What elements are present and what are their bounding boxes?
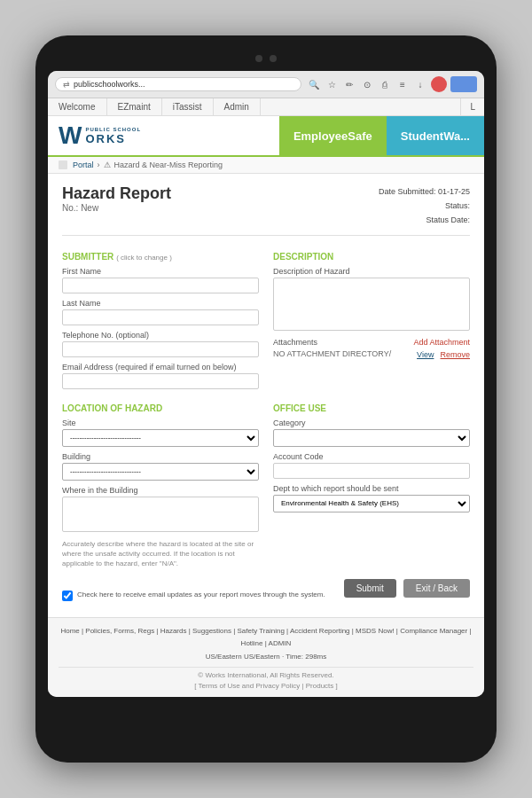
bottom-row: Check here to receive email updates as y…: [62, 579, 470, 601]
view-link[interactable]: View: [417, 350, 434, 359]
account-code-input[interactable]: [273, 463, 470, 479]
breadcrumb-current: Hazard & Near-Miss Reporting: [114, 160, 223, 169]
telephone-input[interactable]: [62, 341, 259, 357]
building-label: Building: [62, 452, 259, 461]
hazard-label: Description of Hazard: [273, 267, 470, 276]
category-select[interactable]: [273, 429, 470, 447]
footer-links: Home | Policies, Forms, Regs | Hazards |…: [59, 625, 473, 651]
logo-area: W PUBLIC SCHOOL ORKS: [48, 116, 279, 155]
browser-window: ⇄ publicschoolworks... 🔍 ☆ ✏ ⊙ ⎙ ≡ ↓ Wel…: [48, 71, 484, 697]
extension-area: [450, 76, 477, 92]
account-code-label: Account Code: [273, 452, 470, 461]
no-value: New: [81, 203, 98, 213]
description-section-title: DESCRIPTION: [273, 252, 470, 262]
email-group: Email Address (required if email turned …: [62, 363, 259, 389]
dept-select[interactable]: Environmental Health & Safety (EHS): [273, 495, 470, 512]
email-checkbox[interactable]: [62, 591, 73, 601]
camera-dot-2: [270, 55, 277, 62]
share-icon[interactable]: ⎙: [378, 77, 392, 91]
footer-copyright: © Works International, All Rights Reserv…: [59, 671, 473, 679]
pencil-icon[interactable]: ✏: [342, 77, 356, 91]
submit-button[interactable]: Submit: [344, 579, 396, 598]
email-checkbox-row: Check here to receive email updates as y…: [62, 590, 325, 601]
first-name-input[interactable]: [62, 278, 259, 293]
account-code-group: Account Code: [273, 452, 470, 479]
telephone-label: Telephone No. (optional): [62, 331, 259, 340]
button-row: Submit Exit / Back: [344, 579, 470, 598]
clock-icon[interactable]: ⊙: [360, 77, 374, 91]
where-textarea[interactable]: [62, 497, 259, 532]
building-group: Building ------------------------------: [62, 452, 259, 481]
where-label: Where in the Building: [62, 486, 259, 495]
hazard-description-group: Description of Hazard: [273, 267, 470, 332]
date-submitted-row: Date Submitted: 01-17-25: [379, 184, 470, 199]
breadcrumb-separator: ›: [98, 160, 100, 169]
student-watch-button[interactable]: StudentWa...: [387, 116, 484, 155]
page-no: No.: New: [62, 203, 171, 213]
last-name-label: Last Name: [62, 299, 259, 308]
location-helper-text: Accurately describe where the hazard is …: [62, 539, 259, 569]
search-icon[interactable]: 🔍: [307, 77, 321, 91]
header-nav: EmployeeSafe StudentWa...: [279, 116, 484, 155]
building-select[interactable]: ------------------------------: [62, 463, 259, 481]
tab-admin[interactable]: Admin: [214, 98, 261, 115]
site-group: Site ------------------------------: [62, 419, 259, 447]
remove-link[interactable]: Remove: [440, 350, 470, 359]
browser-chrome: ⇄ publicschoolworks... 🔍 ☆ ✏ ⊙ ⎙ ≡ ↓: [48, 71, 484, 98]
add-attachment-link[interactable]: Add Attachment: [413, 338, 470, 347]
attachment-actions: View Remove: [417, 348, 470, 359]
location-column: LOCATION OF HAZARD Site ----------------…: [62, 395, 259, 569]
dept-group: Dept to which report should be sent Envi…: [273, 484, 470, 512]
hazard-textarea[interactable]: [273, 278, 470, 331]
status-row: Status:: [379, 199, 470, 213]
attachment-file-row: NO ATTACHMENT DIRECTORY/ View Remove: [273, 348, 470, 359]
logo-w: W: [59, 123, 82, 148]
logo-works: ORKS: [85, 132, 141, 145]
form-grid-2: LOCATION OF HAZARD Site ----------------…: [62, 395, 470, 569]
dept-label: Dept to which report should be sent: [273, 484, 470, 493]
exit-button[interactable]: Exit / Back: [403, 579, 470, 598]
page-header: Hazard Report No.: New Date Submitted: 0…: [62, 184, 470, 236]
right-column: DESCRIPTION Description of Hazard Attach…: [273, 243, 470, 395]
page-meta: Date Submitted: 01-17-25 Status: Status …: [379, 184, 470, 228]
nav-tabs: Welcome EZmaint iTassist Admin L: [48, 98, 484, 116]
status-label: Status:: [445, 201, 470, 210]
form-grid: SUBMITTER ( click to change ) First Name…: [62, 243, 470, 395]
page-title-area: Hazard Report No.: New: [62, 184, 171, 213]
profile-avatar[interactable]: [431, 76, 447, 92]
last-name-input[interactable]: [62, 309, 259, 325]
tablet-camera: [48, 55, 484, 62]
date-submitted-value: 01-17-25: [438, 187, 470, 196]
site-select[interactable]: ------------------------------: [62, 429, 259, 447]
download-icon[interactable]: ↓: [413, 77, 427, 91]
tablet-frame: ⇄ publicschoolworks... 🔍 ☆ ✏ ⊙ ⎙ ≡ ↓ Wel…: [35, 35, 497, 763]
email-input[interactable]: [62, 373, 259, 389]
office-use-column: OFFICE USE Category Account Code Dept to…: [273, 395, 470, 569]
email-label: Email Address (required if email turned …: [62, 363, 259, 372]
app-footer: Home | Policies, Forms, Regs | Hazards |…: [48, 617, 484, 697]
url-text: publicschoolworks...: [74, 80, 145, 89]
breadcrumb-portal[interactable]: Portal: [73, 160, 94, 169]
office-use-section-title: OFFICE USE: [273, 403, 470, 413]
tab-itassist[interactable]: iTassist: [162, 98, 214, 115]
left-column: SUBMITTER ( click to change ) First Name…: [62, 243, 259, 395]
date-submitted-label: Date Submitted:: [379, 187, 436, 196]
tab-l[interactable]: L: [460, 98, 484, 115]
tab-welcome[interactable]: Welcome: [48, 98, 107, 115]
submitter-note[interactable]: ( click to change ): [116, 254, 172, 262]
location-section-title: LOCATION OF HAZARD: [62, 403, 259, 413]
category-label: Category: [273, 419, 470, 427]
status-date-label: Status Date:: [426, 215, 470, 224]
main-content: Hazard Report No.: New Date Submitted: 0…: [48, 174, 484, 617]
attachment-row: Attachments Add Attachment: [273, 338, 470, 347]
first-name-group: First Name: [62, 267, 259, 293]
employee-safe-button[interactable]: EmployeeSafe: [279, 116, 387, 155]
footer-terms: [ Terms of Use and Privacy Policy | Prod…: [59, 682, 473, 690]
menu-icon[interactable]: ≡: [395, 77, 410, 91]
tab-ezmaint[interactable]: EZmaint: [107, 98, 162, 115]
star-icon[interactable]: ☆: [325, 77, 339, 91]
where-group: Where in the Building: [62, 486, 259, 534]
no-label: No.:: [62, 203, 78, 213]
address-bar[interactable]: ⇄ publicschoolworks...: [55, 77, 301, 91]
breadcrumb-hazard: ⚠: [104, 160, 111, 169]
